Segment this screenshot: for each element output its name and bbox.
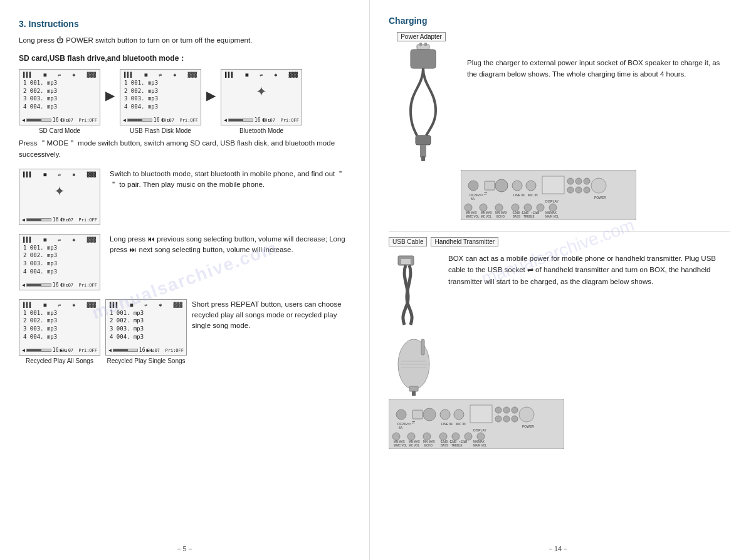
usb-illustrations [389,253,439,396]
sig-icon: ▌▌▌ [23,172,32,177]
speaker-panel-area: DC24V== 5A ⇌ LINE IN MIC IN D [461,170,730,222]
svg-point-22 [575,178,582,184]
bt-mode: ▌▌▌ ■ ⇌ ✱ ▓▓▓ ✦ ◀ 16 ⏸ ↻ [221,69,302,134]
page-num-right: －14－ [547,544,569,554]
svg-rect-74 [470,405,492,423]
signal-icon-3: ▌▌▌ [225,72,234,78]
svg-rect-60 [409,386,418,391]
svg-rect-1 [419,43,422,46]
svg-text:MN: MN [423,440,428,443]
svg-point-25 [575,187,582,193]
svg-rect-54 [401,259,411,264]
svg-point-27 [591,178,606,193]
svg-point-102 [407,433,415,440]
svg-text:MN: MN [409,440,413,443]
bt-section: ▌▌▌ ■ ⇌ ✱ ▓▓▓ ✦ ◀ 16 ⏸ ↻ [19,169,354,225]
svg-text:⇌: ⇌ [412,421,415,425]
page-num-left: －5－ [176,544,193,554]
sd-screen: ▌▌▌ ■ ⇌ ✱ ▓▓▓ 1 001. mp3 2 002. mp3 3 00… [19,69,100,125]
svg-text:MN: MN [473,440,478,443]
svg-text:ECHO: ECHO [496,215,505,218]
sd-icon-2: ■ [145,72,148,78]
charging-text: Plug the charger to external power input… [467,32,730,80]
svg-point-77 [503,407,510,413]
sd-ch-pri: CH:07 Pri:OFF [60,118,97,123]
svg-point-80 [503,416,510,422]
svg-text:-12dB: -12dB [512,211,520,214]
svg-point-64 [396,409,406,420]
svg-rect-6 [421,156,425,161]
bat-ic: ▓▓▓ [87,172,96,177]
sd-icon: ■ [44,72,47,78]
svg-point-78 [512,407,518,413]
svg-text:BASS: BASS [513,215,520,218]
sd-file-list: 1 001. mp3 2 002. mp3 3 003. mp3 4 004. … [23,79,96,110]
volume-text: Long press ⏮ previous song selecting but… [110,234,354,256]
bat-icon-2: ▓▓▓ [188,72,197,78]
bat-icon: ▓▓▓ [87,72,96,78]
svg-text:MAX: MAX [486,211,492,214]
usb-mode-label: USB Flash Disk Mode [130,127,191,134]
svg-text:MAX: MAX [399,440,405,443]
svg-text:⇌: ⇌ [484,192,487,196]
bt-icon-2: ✱ [174,72,177,78]
sd-ic: ■ [44,172,47,177]
bt-icon-small: ✱ [73,72,76,78]
speaker-panel-svg: DC24V== 5A ⇌ LINE IN MIC IN D [461,170,636,220]
usb-cable-svg [389,253,439,328]
svg-point-72 [454,409,464,420]
handheld-svg [389,333,439,396]
svg-point-50 [524,204,532,211]
repeat-all-screen: ▌▌▌ ■ ⇌ ✱ ▓▓▓ 1 001. mp3 2 002. mp3 3 00… [19,299,100,356]
volume-screen: ▌▌▌ ■ ⇌ ✱ ▓▓▓ 1 001. mp3 2 002. mp3 3 00… [19,234,100,290]
usb-ch-pri: CH:07 Pri:OFF [161,118,198,123]
charging-section: Power Adapter [389,32,730,222]
svg-text:WMC VOL: WMC VOL [394,444,407,447]
svg-point-21 [567,178,574,184]
repeat-single-screen: ▌▌▌ ■ ⇌ ✱ ▓▓▓ 1 001. mp3 2 002. mp3 3 00… [105,299,187,356]
signal-icon: ▌▌▌ [23,72,32,78]
svg-text:MAIN VOL: MAIN VOL [473,444,487,447]
usb-cable-text: BOX can act as a mobile power for mobile… [448,253,730,287]
svg-text:MIC IN: MIC IN [528,193,538,197]
svg-point-51 [537,204,544,211]
svg-text:MAX: MAX [478,440,485,443]
bt-screen-small: ▌▌▌ ■ ⇌ ✱ ▓▓▓ ✦ ◀ 16 ⏸ ↻ [19,169,100,225]
svg-text:MN: MN [394,440,398,443]
svg-text:ECHO: ECHO [424,444,433,447]
bt-ch-pri: CH:07 Pri:OFF [262,118,299,123]
bt-screen: ▌▌▌ ■ ⇌ ✱ ▓▓▓ ✦ ◀ 16 ⏸ ↻ [221,69,302,125]
svg-text:MN: MN [495,211,500,214]
repeat-section: ▌▌▌ ■ ⇌ ✱ ▓▓▓ 1 001. mp3 2 002. mp3 3 00… [19,299,354,364]
usb-icon-3: ⇌ [260,72,263,78]
repeat-single-mode: ▌▌▌ ■ ⇌ ✱ ▓▓▓ 1 001. mp3 2 002. mp3 3 00… [105,299,187,364]
svg-text:LINE IN: LINE IN [513,193,525,197]
svg-point-104 [439,433,447,440]
svg-text:+12dB: +12dB [531,211,539,214]
svg-rect-11 [485,181,495,190]
svg-text:+12dB: +12dB [459,440,467,443]
svg-text:TREBLE: TREBLE [451,444,463,447]
bt-large-symbol: ✦ [23,181,96,199]
svg-rect-5 [420,145,426,157]
usb-cable-badge: USB Cable [389,237,427,246]
usb-screen: ▌▌▌ ■ ⇌ ✱ ▓▓▓ 1 001. mp3 2 002. mp3 3 00… [120,69,201,125]
modes-row: ▌▌▌ ■ ⇌ ✱ ▓▓▓ 1 001. mp3 2 002. mp3 3 00… [19,69,354,134]
repeat-all-mode: ▌▌▌ ■ ⇌ ✱ ▓▓▓ 1 001. mp3 2 002. mp3 3 00… [19,299,100,364]
svg-point-105 [452,433,460,440]
repeat-instructions: Short press REPEAT button, users can cho… [192,299,354,332]
power-instructions: Long press ⏻ POWER switch button to turn… [19,35,354,46]
svg-text:MAIN VOL: MAIN VOL [545,215,559,218]
sd-icon-3: ■ [246,72,249,78]
bt-s2-ch-pri: CH:07 Pri:OFF [60,218,97,223]
svg-point-79 [495,416,502,422]
svg-point-23 [584,178,590,184]
charging-content: Power Adapter [389,32,730,167]
svg-text:TREBLE: TREBLE [523,215,535,218]
svg-rect-61 [412,391,416,396]
speaker-panel-2-area: DC24V== 5A ⇌ LINE IN MIC IN DISPLAY POWE… [389,399,730,451]
vol-screen: ▌▌▌ ■ ⇌ ✱ ▓▓▓ 1 001. mp3 2 002. mp3 3 00… [19,234,100,290]
svg-rect-2 [424,43,427,46]
power-adapter-svg [392,41,454,167]
section-title-right: Charging [389,16,730,26]
